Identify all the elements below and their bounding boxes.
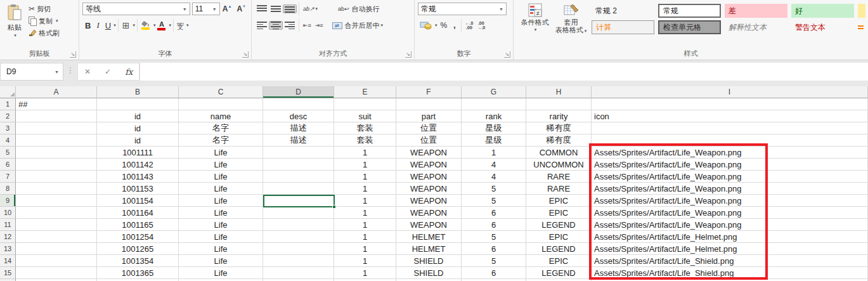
cell-E5[interactable]: 1: [334, 147, 396, 159]
cell-H3[interactable]: 稀有度: [526, 122, 592, 134]
cell-G2[interactable]: rank: [462, 110, 526, 122]
cell-G4[interactable]: 星级: [462, 134, 526, 147]
cell-C9[interactable]: Life: [179, 195, 263, 207]
cell-E6[interactable]: 1: [334, 159, 396, 171]
accounting-dropdown-icon[interactable]: ▾: [435, 23, 437, 28]
format-as-table-button[interactable]: 套用 表格格式▾: [553, 3, 589, 49]
cell-F13[interactable]: HELMET: [396, 243, 462, 255]
cell-I11[interactable]: Assets/Sprites/Artifact/Life_Weapon.png: [592, 219, 868, 231]
accounting-format-button[interactable]: [418, 20, 434, 30]
enter-button[interactable]: ✓: [105, 67, 111, 76]
cell-F8[interactable]: WEAPON: [396, 183, 462, 195]
cell-H8[interactable]: RARE: [526, 183, 592, 195]
cell-E1[interactable]: [334, 98, 396, 110]
cell-D4[interactable]: 描述: [263, 134, 334, 147]
cut-button[interactable]: ✂ 剪切: [29, 4, 60, 14]
cell-D2[interactable]: desc: [263, 110, 334, 122]
cell-B8[interactable]: 1001153: [97, 183, 179, 195]
cell-I7[interactable]: Assets/Sprites/Artifact/Life_Weapon.png: [592, 171, 868, 183]
cell-I9[interactable]: Assets/Sprites/Artifact/Life_Weapon.png: [592, 195, 868, 207]
align-middle-button[interactable]: [269, 4, 283, 13]
cell-C13[interactable]: Life: [179, 243, 263, 255]
cell-C14[interactable]: Life: [179, 255, 263, 267]
row-header-15[interactable]: 15: [0, 267, 16, 279]
row-header-10[interactable]: 10: [0, 207, 16, 219]
cell-E15[interactable]: 1: [334, 267, 396, 279]
cell-B9[interactable]: 1001154: [97, 195, 179, 207]
increase-indent-button[interactable]: ⇥≡: [313, 22, 325, 29]
cell-E3[interactable]: 套装: [334, 122, 396, 134]
increase-decimal-button[interactable]: ←.0 .00: [463, 21, 476, 30]
cell-E8[interactable]: 1: [334, 183, 396, 195]
cell-A4[interactable]: [16, 134, 97, 147]
row-header-11[interactable]: 11: [0, 219, 16, 231]
cell-B10[interactable]: 1001164: [97, 207, 179, 219]
cell-C2[interactable]: name: [179, 110, 263, 122]
percent-style-button[interactable]: %: [437, 21, 451, 30]
cell-E11[interactable]: 1: [334, 219, 396, 231]
decrease-decimal-button[interactable]: .00 →.0: [475, 21, 487, 30]
grow-font-button[interactable]: A▲: [220, 4, 235, 13]
cell-G7[interactable]: 4: [462, 171, 526, 183]
paste-button[interactable]: 粘贴 ▾: [3, 3, 26, 49]
cell-C5[interactable]: Life: [179, 147, 263, 159]
underline-dropdown-icon[interactable]: ▾: [113, 23, 116, 28]
cell-E4[interactable]: 套装: [334, 134, 396, 147]
number-dialog-launcher-icon[interactable]: ↘: [504, 51, 510, 58]
cell-D1[interactable]: [263, 98, 334, 110]
alignment-dialog-launcher-icon[interactable]: ↘: [405, 51, 411, 58]
font-color-dropdown-icon[interactable]: ▾: [169, 23, 171, 28]
style-chip[interactable]: 常规: [658, 4, 721, 18]
shrink-font-button[interactable]: A▼: [234, 4, 249, 13]
cell-D12[interactable]: [263, 231, 334, 243]
cell-H15[interactable]: LEGEND: [526, 267, 592, 279]
cell-F11[interactable]: WEAPON: [396, 219, 462, 231]
cell-D11[interactable]: [263, 219, 334, 231]
orientation-button[interactable]: ab↗ ▾: [301, 5, 320, 13]
cell-F5[interactable]: WEAPON: [396, 147, 462, 159]
cell-A14[interactable]: [16, 255, 97, 267]
style-chip[interactable]: 差: [725, 4, 787, 18]
align-center-button[interactable]: [269, 21, 283, 30]
style-chip[interactable]: 常规 2: [592, 4, 654, 18]
style-chip-overflow[interactable]: [858, 4, 865, 18]
row-header-8[interactable]: 8: [0, 183, 16, 195]
cell-B15[interactable]: 1001365: [97, 267, 179, 279]
cell-G1[interactable]: [462, 98, 526, 110]
cell-D10[interactable]: [263, 207, 334, 219]
style-chip[interactable]: 检查单元格: [658, 20, 721, 34]
cell-A2[interactable]: [16, 110, 97, 122]
cell-F3[interactable]: 位置: [396, 122, 462, 134]
decrease-indent-button[interactable]: ⇤≡: [301, 22, 313, 29]
number-format-select[interactable]: 常规 ▼: [418, 3, 507, 15]
cell-C1[interactable]: [179, 98, 263, 110]
font-color-button[interactable]: A: [155, 21, 167, 30]
cell-H1[interactable]: [526, 98, 592, 110]
cell-D8[interactable]: [263, 183, 334, 195]
cell-B5[interactable]: 1001111: [97, 147, 179, 159]
formula-input[interactable]: [139, 63, 868, 81]
cell-A1[interactable]: ##: [16, 98, 97, 110]
column-header-H[interactable]: H: [526, 86, 592, 98]
cell-A15[interactable]: [16, 267, 97, 279]
column-header-D[interactable]: D: [263, 86, 334, 98]
row-header-3[interactable]: 3: [0, 122, 16, 134]
cell-B3[interactable]: id: [97, 122, 179, 134]
cell-C10[interactable]: Life: [179, 207, 263, 219]
cell-E13[interactable]: 1: [334, 243, 396, 255]
paste-dropdown-icon[interactable]: ▾: [14, 33, 16, 38]
align-right-button[interactable]: [283, 21, 297, 30]
cell-I14[interactable]: Assets/Sprites/Artifact/Life_Shield.png: [592, 255, 868, 267]
cell-E2[interactable]: suit: [334, 110, 396, 122]
clipboard-dialog-launcher-icon[interactable]: ↘: [70, 51, 76, 58]
font-name-select[interactable]: 等线 ▼: [82, 3, 190, 15]
cell-H12[interactable]: EPIC: [526, 231, 592, 243]
fill-color-button[interactable]: [139, 21, 152, 30]
cell-A7[interactable]: [16, 171, 97, 183]
cell-D5[interactable]: [263, 147, 334, 159]
cell-I3[interactable]: [592, 122, 868, 134]
row-header-1[interactable]: 1: [0, 98, 16, 110]
cell-I6[interactable]: Assets/Sprites/Artifact/Life_Weapon.png: [592, 159, 868, 171]
cell-F9[interactable]: WEAPON: [396, 195, 462, 207]
cell-C15[interactable]: Life: [179, 267, 263, 279]
